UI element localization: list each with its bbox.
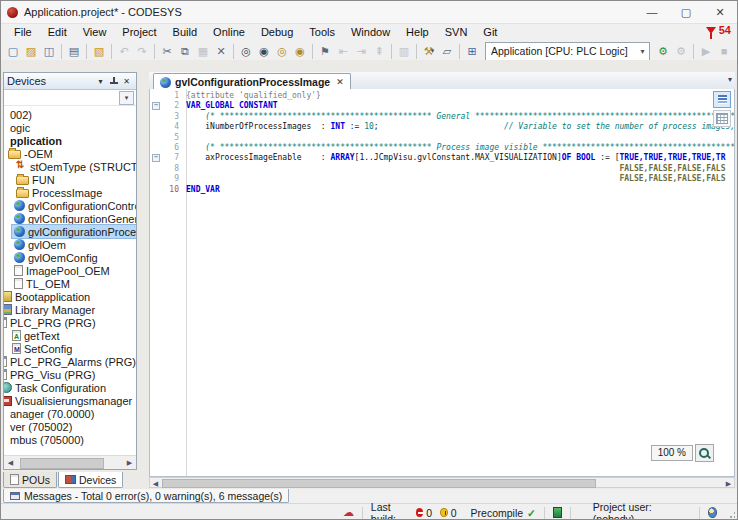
panel-pin-icon[interactable] <box>107 75 120 88</box>
declaration-editor[interactable]: 1{attribute 'qualified_only'}−2VAR_GLOBA… <box>149 89 735 477</box>
devices-toolbar-dropdown[interactable]: ▾ <box>119 91 134 105</box>
fold-marker-icon[interactable]: − <box>152 154 160 162</box>
tree-item[interactable]: Library Manager <box>4 303 136 316</box>
cut-icon[interactable]: ✂ <box>158 42 176 60</box>
menu-window[interactable]: Window <box>343 24 398 40</box>
tree-item[interactable]: mbus (705000) <box>4 433 136 446</box>
tree-item[interactable]: gvlConfigurationGenerator <box>4 212 136 225</box>
code-line[interactable]: 8 FALSE,FALSE,FALSE,FALS <box>150 164 734 174</box>
tree-item[interactable]: anager (70.0000) <box>4 407 136 420</box>
code-line[interactable]: 10END_VAR <box>150 185 734 195</box>
menu-svn[interactable]: SVN <box>437 24 476 40</box>
online-user-icon[interactable] <box>553 507 562 518</box>
toggle-bookmark-icon[interactable]: ⚑ <box>316 42 334 60</box>
chevron-down-icon[interactable]: ▾ <box>636 47 649 56</box>
panel-close-icon[interactable]: ✕ <box>120 75 133 88</box>
open-file-icon[interactable]: ▨ <box>22 42 40 60</box>
replace-icon[interactable]: ◉ <box>255 42 273 60</box>
menu-help[interactable]: Help <box>398 24 437 40</box>
scrollbar-thumb[interactable] <box>20 458 104 469</box>
textual-view-button[interactable] <box>713 91 731 108</box>
find-in-project-icon[interactable]: ◎ <box>273 42 291 60</box>
menu-online[interactable]: Online <box>205 24 253 40</box>
resize-grip[interactable] <box>725 507 735 519</box>
debug-settings-icon[interactable]: ⚒ <box>733 42 738 60</box>
scroll-left-arrow[interactable]: ◀ <box>5 457 16 468</box>
language-globe-icon[interactable] <box>708 507 717 518</box>
tree-item[interactable]: gvlOemConfig <box>4 251 136 264</box>
menu-build[interactable]: Build <box>165 24 205 40</box>
notification-area[interactable]: 54 <box>706 24 731 36</box>
close-button[interactable]: ✕ <box>703 1 737 23</box>
code-line[interactable]: 1{attribute 'qualified_only'} <box>150 91 734 101</box>
chevron-down-icon[interactable]: ▾ <box>431 47 435 55</box>
panel-menu-chevron-icon[interactable]: ▾ <box>94 75 107 88</box>
new-file-icon[interactable]: ▢ <box>4 42 22 60</box>
fold-marker-icon[interactable]: − <box>152 102 160 110</box>
editor-tab-label[interactable]: gvlConfigurationProcessImage <box>175 76 330 88</box>
minimize-button[interactable]: — <box>635 1 669 23</box>
scroll-left-arrow[interactable]: ◀ <box>150 478 161 489</box>
maximize-button[interactable]: ▢ <box>669 1 703 23</box>
tree-item[interactable]: ProcessImage <box>4 186 136 199</box>
code-line[interactable]: 6 (* ***********************************… <box>150 143 734 153</box>
tree-item[interactable]: Task Configuration <box>4 381 136 394</box>
messages-panel-tab[interactable]: Messages - Total 0 error(s), 0 warning(s… <box>3 489 289 503</box>
code-line[interactable]: −7 axProcessImageEnable : ARRAY[1..JCmpV… <box>150 153 734 163</box>
code-line[interactable]: −2VAR_GLOBAL CONSTANT <box>150 101 734 111</box>
project-user-label[interactable]: Project user: (nobody) <box>593 501 677 520</box>
tree-item[interactable]: 002) <box>4 108 136 121</box>
application-selector[interactable]: Application [CPU: PLC Logic]▾ <box>485 42 650 61</box>
menu-tools[interactable]: Tools <box>301 24 343 40</box>
menu-view[interactable]: View <box>75 24 115 40</box>
scroll-right-arrow[interactable]: ▶ <box>124 457 135 468</box>
tree-item[interactable]: gvlConfigurationProcessImage <box>4 225 136 238</box>
tree-item[interactable]: FUN <box>4 173 136 186</box>
copy-icon[interactable]: ⧉ <box>176 42 194 60</box>
notification-funnel-icon[interactable] <box>706 27 716 34</box>
new-object-icon[interactable]: ▱ <box>438 42 456 60</box>
menu-git[interactable]: Git <box>475 24 505 40</box>
editor-hscrollbar[interactable]: ◀ ▶ <box>149 477 735 488</box>
scroll-right-arrow[interactable]: ▶ <box>723 478 734 489</box>
tree-item[interactable]: ver (705002) <box>4 420 136 433</box>
delete-icon[interactable]: ✕ <box>212 42 230 60</box>
tab-pous[interactable]: POUs <box>3 472 57 488</box>
notification-count[interactable]: 54 <box>719 24 731 36</box>
tree-item[interactable]: Bootapplication <box>4 290 136 303</box>
print-icon[interactable]: ▤ <box>65 42 83 60</box>
devices-hscrollbar[interactable]: ◀ ▶ <box>4 455 136 469</box>
menu-edit[interactable]: Edit <box>40 24 75 40</box>
menu-debug[interactable]: Debug <box>253 24 301 40</box>
menu-file[interactable]: File <box>6 24 40 40</box>
menu-project[interactable]: Project <box>114 24 164 40</box>
find-icon[interactable]: ◎ <box>237 42 255 60</box>
code-line[interactable]: 3 (* ***********************************… <box>150 112 734 122</box>
cloud-icon[interactable]: ☁ <box>343 506 354 519</box>
tree-item[interactable]: pplication <box>4 134 136 147</box>
tree-item[interactable]: PLC_PRG (PRG) <box>4 316 136 329</box>
replace-in-project-icon[interactable]: ◉ <box>291 42 309 60</box>
tree-item[interactable]: ImagePool_OEM <box>4 264 136 277</box>
editor-tab[interactable]: gvlConfigurationProcessImage ✕ <box>153 73 351 90</box>
tab-devices[interactable]: Devices <box>58 472 123 488</box>
tree-item[interactable]: stOemType (STRUCT) <box>4 160 136 173</box>
login-icon[interactable]: ⚙ <box>654 42 672 60</box>
project-archive-icon[interactable]: ▧ <box>90 42 108 60</box>
tabular-view-button[interactable] <box>713 110 731 127</box>
code-line[interactable]: 9 FALSE,FALSE,FALSE,FALS <box>150 174 734 184</box>
tree-item[interactable]: PLC_PRG_Alarms (PRG) <box>4 355 136 368</box>
scrollbar-thumb[interactable] <box>162 479 596 488</box>
zoom-level[interactable]: 100 % <box>651 445 693 461</box>
code-line[interactable]: 4 iNumberOfProcessImages : INT := 10; //… <box>150 122 734 132</box>
zoom-button[interactable] <box>695 444 714 462</box>
tab-close-icon[interactable]: ✕ <box>336 77 344 87</box>
tree-item[interactable]: MSetConfig <box>4 342 136 355</box>
tree-item[interactable]: ogic <box>4 121 136 134</box>
tree-item[interactable]: TL_OEM <box>4 277 136 290</box>
build-icon[interactable]: ⚒▾ <box>420 42 438 60</box>
tree-item[interactable]: gvlConfigurationController <box>4 199 136 212</box>
tree-item[interactable]: gvlOem <box>4 238 136 251</box>
tree-item[interactable]: AgetText <box>4 329 136 342</box>
tree-item[interactable]: PRG_Visu (PRG) <box>4 368 136 381</box>
